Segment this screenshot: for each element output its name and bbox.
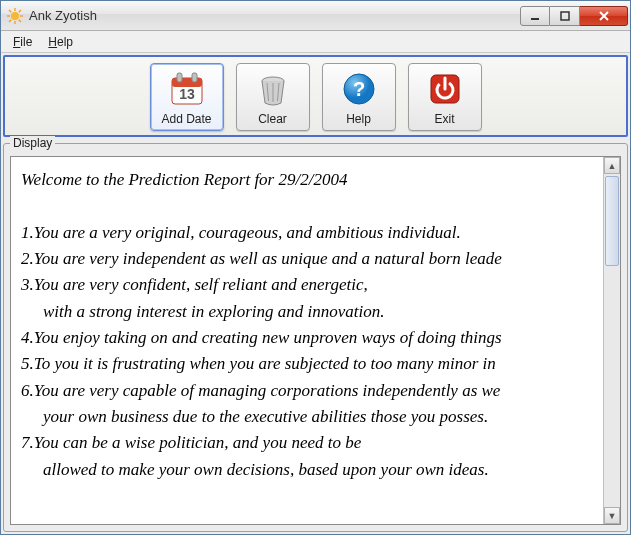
menu-help[interactable]: Help (40, 33, 81, 51)
menu-file[interactable]: File (5, 33, 40, 51)
report-line: 5.To you it is frustrating when you are … (21, 351, 597, 377)
svg-line-8 (9, 19, 11, 21)
menubar: File Help (1, 31, 630, 53)
app-icon (7, 8, 23, 24)
help-button[interactable]: ? Help (322, 63, 396, 131)
exit-label: Exit (434, 112, 454, 126)
svg-rect-9 (531, 18, 539, 20)
trash-icon (252, 68, 294, 110)
add-date-button[interactable]: 13 Add Date (150, 63, 224, 131)
svg-line-5 (9, 10, 11, 12)
svg-text:?: ? (352, 78, 364, 100)
report-line: 7.You can be a wise politician, and you … (21, 430, 597, 456)
report-line: allowed to make your own decisions, base… (21, 457, 597, 483)
clear-label: Clear (258, 112, 287, 126)
minimize-button[interactable] (520, 6, 550, 26)
scroll-thumb[interactable] (605, 176, 619, 266)
report-line: 2.You are very independent as well as un… (21, 246, 597, 272)
report-line: your own business due to the executive a… (21, 404, 597, 430)
svg-text:13: 13 (179, 86, 195, 102)
report-line: 4.You enjoy taking on and creating new u… (21, 325, 597, 351)
scroll-track[interactable] (604, 174, 620, 507)
maximize-button[interactable] (550, 6, 580, 26)
help-label: Help (346, 112, 371, 126)
client-area: 13 Add Date Clear (1, 53, 630, 534)
report-textarea[interactable]: Welcome to the Prediction Report for 29/… (10, 156, 621, 525)
report-line: with a strong interest in exploring and … (21, 299, 597, 325)
svg-line-7 (19, 10, 21, 12)
report-line: 3.You are very confident, self reliant a… (21, 272, 597, 298)
report-content: Welcome to the Prediction Report for 29/… (11, 157, 603, 524)
clear-button[interactable]: Clear (236, 63, 310, 131)
svg-line-6 (19, 19, 21, 21)
svg-rect-15 (177, 73, 182, 82)
display-group-label: Display (10, 136, 55, 150)
display-group: Display Welcome to the Prediction Report… (3, 143, 628, 532)
window-controls (520, 6, 628, 26)
scroll-up-icon[interactable]: ▲ (604, 157, 620, 174)
report-line: 1.You are a very original, courageous, a… (21, 220, 597, 246)
calendar-icon: 13 (166, 68, 208, 110)
toolbar: 13 Add Date Clear (3, 55, 628, 137)
svg-rect-10 (561, 12, 569, 20)
titlebar: Ank Zyotish (1, 1, 630, 31)
report-line: 6.You are very capable of managing corpo… (21, 378, 597, 404)
close-button[interactable] (580, 6, 628, 26)
scroll-down-icon[interactable]: ▼ (604, 507, 620, 524)
vertical-scrollbar[interactable]: ▲ ▼ (603, 157, 620, 524)
app-window: Ank Zyotish File Help (0, 0, 631, 535)
help-icon: ? (338, 68, 380, 110)
report-heading: Welcome to the Prediction Report for 29/… (21, 167, 597, 193)
svg-rect-16 (192, 73, 197, 82)
svg-point-0 (11, 12, 19, 20)
add-date-label: Add Date (161, 112, 211, 126)
window-title: Ank Zyotish (29, 8, 520, 23)
exit-button[interactable]: Exit (408, 63, 482, 131)
power-icon (424, 68, 466, 110)
